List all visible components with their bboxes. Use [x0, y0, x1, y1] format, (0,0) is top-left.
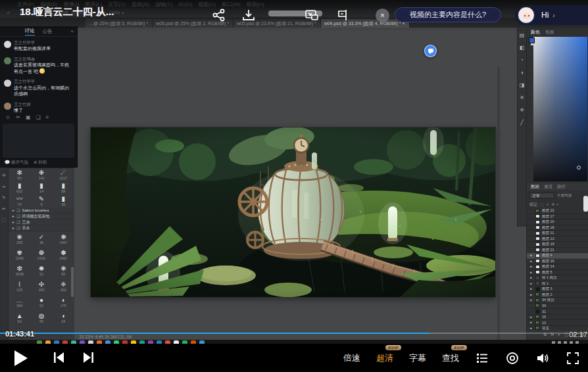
- lock-icon[interactable]: ▪: [556, 202, 558, 206]
- ps-document-tab[interactable]: …@ 25% (图层 5, RGB/8#) *: [86, 19, 153, 28]
- panel-dock-icon[interactable]: ◨: [520, 83, 525, 88]
- ps-document-tab[interactable]: w04.psd @ 33.3% (图层 4, RGB/8#) * ×: [321, 19, 410, 28]
- playlist-icon[interactable]: [475, 351, 489, 365]
- brush-preset[interactable]: ❉141: [30, 168, 52, 181]
- chat-tool-icon[interactable]: ❏: [36, 115, 40, 120]
- lock-icon[interactable]: ✓: [546, 202, 549, 206]
- brush-preset[interactable]: ▮88: [53, 181, 74, 195]
- ps-menu-item[interactable]: 窗口(W): [222, 1, 241, 8]
- tool-icon[interactable]: ⬚: [2, 218, 7, 222]
- brush-preset[interactable]: ●52: [30, 294, 52, 310]
- eye-icon[interactable]: ●: [528, 265, 533, 268]
- chat-tab-announcement[interactable]: 公告: [43, 28, 53, 35]
- subtitle-button[interactable]: 字幕: [409, 352, 426, 364]
- layer-row[interactable]: 34: [527, 304, 588, 310]
- color-picker-marker[interactable]: [577, 166, 581, 170]
- layer-row[interactable]: 图层 19: [527, 242, 588, 248]
- eye-icon[interactable]: ●: [528, 254, 533, 257]
- layer-row[interactable]: ●图层 2: [527, 292, 588, 298]
- layers-tab[interactable]: 图层: [531, 184, 539, 190]
- find-button[interactable]: 查找 SVIP: [442, 352, 459, 364]
- next-button[interactable]: [82, 351, 95, 364]
- panel-dock-icon[interactable]: ▤: [520, 33, 525, 38]
- ps-menu-item[interactable]: 选择(S): [132, 1, 149, 8]
- eye-icon[interactable]: ●: [528, 287, 533, 291]
- brush-preset[interactable]: ✽2467: [53, 247, 74, 263]
- eye-icon[interactable]: ●: [528, 276, 533, 279]
- brush-preset[interactable]: ▮632: [9, 181, 30, 195]
- volume-icon[interactable]: [535, 351, 550, 365]
- record-icon[interactable]: [505, 351, 520, 365]
- eye-icon[interactable]: ●: [528, 293, 533, 296]
- lock-icon[interactable]: ✛: [551, 202, 554, 206]
- ps-menu-item[interactable]: 滤镜(T): [155, 1, 172, 8]
- brush-preset[interactable]: ✎9: [30, 195, 52, 208]
- chat-tab-discussion[interactable]: 讨论: [25, 28, 35, 35]
- ps-menu-item[interactable]: 3D(D): [178, 1, 192, 7]
- tool-icon[interactable]: ✏: [2, 206, 6, 211]
- layer-row[interactable]: 图层 17: [527, 214, 588, 220]
- brush-preset[interactable]: ☄1117: [53, 168, 74, 181]
- quality-button[interactable]: 超清 SVIP: [376, 352, 393, 364]
- brush-preset[interactable]: ▲63: [9, 310, 30, 326]
- brush-preset[interactable]: ✣300: [30, 279, 52, 294]
- prev-button[interactable]: [53, 351, 66, 364]
- eye-icon[interactable]: ●: [528, 271, 533, 274]
- brush-preset[interactable]: ◖24: [53, 310, 74, 326]
- play-button[interactable]: [14, 350, 28, 366]
- ai-question-pill[interactable]: 视频的主要内容是什么?: [395, 7, 501, 22]
- eye-icon[interactable]: ●: [528, 315, 533, 319]
- speed-button[interactable]: 倍速: [343, 352, 360, 364]
- brush-folder-row[interactable]: ▸❑三点: [9, 220, 74, 225]
- chat-tool-icon[interactable]: ✂: [16, 115, 20, 120]
- brush-preset[interactable]: ◍55: [30, 310, 52, 326]
- layer-row[interactable]: ●图层 14: [527, 264, 588, 270]
- fullscreen-icon[interactable]: [566, 351, 580, 365]
- brush-preset[interactable]: ❁2415: [30, 247, 52, 263]
- brush-preset[interactable]: ▮14: [30, 181, 52, 195]
- layer-row[interactable]: 图层 11: [527, 231, 588, 237]
- layer-row[interactable]: ●图层 16: [527, 259, 588, 265]
- color-picker-gradient[interactable]: [533, 37, 587, 181]
- ps-menu-item[interactable]: 视图(V): [198, 1, 216, 8]
- chat-close-icon[interactable]: ×: [70, 28, 74, 34]
- layer-row[interactable]: ●组 1 拷贝: [527, 275, 588, 281]
- chat-footer-item[interactable]: ⊕ 和图: [34, 160, 47, 166]
- panel-dock-icon[interactable]: ◧: [520, 45, 525, 51]
- panel-dock-icon[interactable]: ✛: [520, 108, 524, 113]
- color-panel-tab[interactable]: 颜色: [531, 29, 540, 35]
- layer-row[interactable]: 图层 13: [527, 237, 588, 243]
- tool-icon[interactable]: ✎: [2, 195, 6, 200]
- layer-row[interactable]: ●组 1: [527, 281, 588, 287]
- panel-dock-icon[interactable]: ✕: [520, 95, 524, 101]
- layer-row[interactable]: ●图层 5: [527, 270, 588, 276]
- ps-canvas-painting[interactable]: [91, 128, 495, 297]
- layer-row[interactable]: 31: [527, 309, 588, 315]
- brush-preset[interactable]: ▮36: [53, 195, 74, 208]
- layer-row[interactable]: ●15: [527, 315, 588, 321]
- brush-preset[interactable]: ✺52: [30, 263, 52, 279]
- cast-icon[interactable]: [335, 9, 350, 22]
- ai-chat-bubble-button[interactable]: [424, 45, 437, 57]
- eye-icon[interactable]: ●: [528, 298, 533, 302]
- eye-icon[interactable]: ●: [528, 327, 533, 330]
- chat-input[interactable]: [3, 124, 74, 158]
- canvas-scrollbar[interactable]: [497, 67, 500, 350]
- panel-dock-icon[interactable]: ◔: [520, 58, 524, 63]
- brush-preset[interactable]: 〰76: [9, 195, 30, 208]
- blend-mode-select[interactable]: 正常: [529, 193, 554, 198]
- brush-preset[interactable]: ✻50: [9, 168, 30, 181]
- brush-preset[interactable]: ✾2346: [9, 247, 30, 263]
- brush-preset[interactable]: ❀295: [9, 231, 30, 247]
- brush-folder-row[interactable]: ▸❑草木: [9, 225, 74, 231]
- brush-preset[interactable]: ⌇125: [9, 279, 30, 294]
- layers-tab[interactable]: 路径: [557, 184, 566, 190]
- chat-tool-icon[interactable]: ☺: [5, 115, 11, 120]
- layer-row[interactable]: ●背景: [527, 326, 588, 331]
- layer-row[interactable]: ●13: [527, 320, 588, 326]
- tool-icon[interactable]: ⌯: [2, 184, 6, 189]
- swatches-panel-tab[interactable]: 色板: [545, 29, 554, 35]
- eye-icon[interactable]: ●: [528, 321, 533, 324]
- panel-dock-icon[interactable]: ╱: [520, 120, 524, 126]
- layer-row[interactable]: ●图层 4: [527, 253, 588, 259]
